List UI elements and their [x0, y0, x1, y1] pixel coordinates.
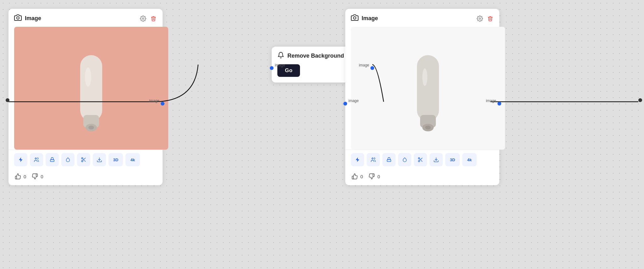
right-tube-image: [400, 36, 456, 140]
process-output-port-label: image: [359, 63, 369, 67]
left-port-out: [161, 102, 164, 106]
camera-icon: [14, 14, 22, 23]
right-3d-btn[interactable]: 3D: [445, 153, 460, 166]
right-image-card: Image: [345, 9, 499, 185]
right-camera-icon: [351, 14, 358, 23]
left-card-title: Image: [25, 15, 136, 22]
left-image-card: Image: [8, 9, 163, 185]
left-edge-port: [6, 98, 9, 102]
left-settings-button[interactable]: [139, 15, 147, 22]
right-footer: 0 0: [345, 169, 499, 185]
svg-point-1: [142, 18, 144, 19]
left-dislike-count: 0: [41, 174, 43, 179]
right-like-btn[interactable]: [351, 173, 358, 180]
svg-point-9: [81, 157, 83, 159]
svg-point-0: [17, 17, 19, 19]
process-output-port: [370, 66, 374, 70]
svg-point-27: [418, 160, 420, 162]
right-drop-btn[interactable]: [398, 153, 411, 166]
process-input-port-label: image: [275, 63, 285, 67]
svg-point-10: [81, 160, 83, 162]
left-toolbar: 3D 4k: [8, 150, 163, 169]
left-4k-btn[interactable]: 4k: [125, 153, 140, 166]
left-dislike-btn[interactable]: [31, 173, 39, 180]
right-input-port-label: image: [348, 99, 359, 103]
left-download-btn[interactable]: [93, 153, 106, 166]
left-people-btn[interactable]: [30, 153, 43, 166]
right-input-port: [343, 102, 347, 106]
right-dislike-btn[interactable]: [368, 173, 375, 180]
svg-point-5: [88, 126, 94, 129]
right-output-port: [497, 102, 501, 106]
svg-line-12: [84, 160, 86, 162]
left-like-btn[interactable]: [14, 173, 22, 180]
left-card-header: Image: [8, 9, 163, 27]
svg-point-17: [353, 17, 356, 19]
right-4k-btn[interactable]: 4k: [462, 153, 477, 166]
right-settings-button[interactable]: [476, 15, 484, 22]
right-bucket-btn[interactable]: [382, 153, 396, 166]
svg-rect-25: [387, 160, 391, 162]
right-like-count: 0: [360, 174, 363, 179]
svg-point-24: [372, 158, 374, 159]
svg-point-18: [479, 18, 481, 19]
left-like-group: 0: [14, 173, 26, 180]
svg-point-23: [422, 68, 427, 86]
process-input-port: [270, 66, 274, 70]
left-tube-image: [63, 36, 119, 140]
left-scissors-btn[interactable]: [77, 153, 90, 166]
svg-point-26: [418, 157, 420, 159]
svg-line-13: [83, 159, 84, 160]
svg-rect-19: [417, 55, 439, 121]
right-like-group: 0: [351, 173, 363, 180]
svg-line-30: [419, 159, 420, 160]
right-dislike-count: 0: [377, 174, 380, 179]
left-footer: 0 0: [8, 169, 163, 185]
svg-point-22: [425, 126, 431, 129]
right-toolbar: 3D 4k: [345, 150, 499, 169]
left-flash-btn[interactable]: [14, 153, 27, 166]
bell-icon: [277, 52, 284, 60]
svg-line-29: [421, 160, 422, 162]
svg-point-6: [85, 68, 91, 87]
left-image-area: [14, 27, 168, 150]
process-node-title: Remove Background: [287, 53, 347, 59]
svg-rect-8: [50, 160, 54, 162]
right-card-title: Image: [362, 15, 473, 22]
right-download-btn[interactable]: [430, 153, 443, 166]
right-image-area: [351, 27, 505, 150]
right-dislike-group: 0: [368, 173, 380, 180]
left-like-count: 0: [24, 174, 26, 179]
left-bucket-btn[interactable]: [46, 153, 59, 166]
right-delete-button[interactable]: [487, 15, 494, 22]
left-port-out-label: image: [149, 99, 159, 103]
svg-point-7: [35, 158, 37, 159]
left-3d-btn[interactable]: 3D: [108, 153, 123, 166]
left-drop-btn[interactable]: [61, 153, 75, 166]
left-dislike-group: 0: [31, 173, 43, 180]
right-output-port-label: image: [486, 99, 496, 103]
right-edge-port: [638, 98, 642, 102]
svg-rect-2: [80, 55, 102, 121]
right-card-header: Image: [345, 9, 499, 27]
right-people-btn[interactable]: [367, 153, 380, 166]
left-delete-button[interactable]: [150, 15, 157, 22]
right-flash-btn[interactable]: [351, 153, 364, 166]
right-scissors-btn[interactable]: [414, 153, 427, 166]
